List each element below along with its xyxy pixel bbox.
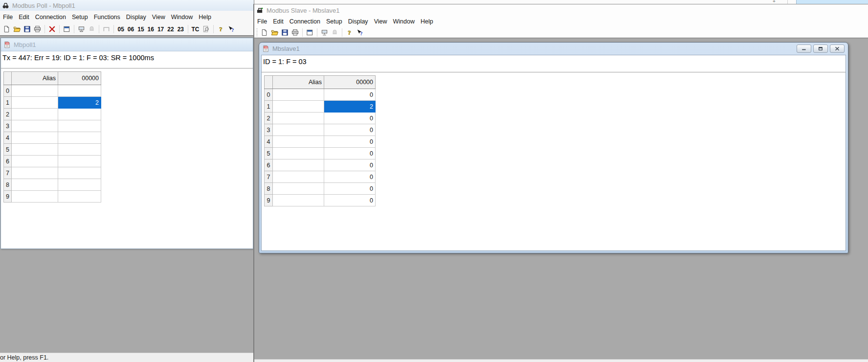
alias-cell[interactable] [273,124,324,136]
alias-cell[interactable] [273,89,324,101]
function-05-button[interactable]: 05 [116,26,126,33]
function-17-button[interactable]: 17 [156,26,165,33]
value-cell[interactable]: 0 [324,89,376,101]
slave-title-bar[interactable]: Modbus Slave - Mbslave1 [254,4,868,16]
mbslave1-title-bar[interactable]: DOC Mbslave1 [259,43,848,55]
value-cell[interactable] [58,156,101,167]
alias-cell[interactable] [12,191,58,203]
communication-traffic-button[interactable] [76,24,87,34]
row-number-cell[interactable]: 1 [265,101,273,113]
menu-item-help[interactable]: Help [418,18,436,25]
menu-item-display[interactable]: Display [345,18,371,25]
row-number-cell[interactable]: 1 [4,97,12,109]
alias-cell[interactable] [12,156,58,167]
function-22-button[interactable]: 22 [166,26,176,33]
row-number-cell[interactable]: 4 [4,132,12,144]
row-number-cell[interactable]: 0 [265,89,273,101]
alias-cell[interactable] [273,148,324,159]
menu-item-edit[interactable]: Edit [16,14,32,21]
menu-item-file[interactable]: File [0,14,16,21]
value-cell[interactable] [58,85,101,97]
menu-item-file[interactable]: File [254,18,270,25]
value-cell[interactable] [58,179,101,191]
grid-column-header[interactable]: Alias [12,72,58,85]
row-number-cell[interactable]: 2 [265,113,273,124]
communication-traffic-button[interactable] [319,27,330,37]
help-button[interactable]: ? [216,24,226,34]
menu-item-window[interactable]: Window [168,14,196,21]
alias-cell[interactable] [12,167,58,179]
value-cell[interactable]: 0 [324,136,376,148]
grid-column-header[interactable]: 00000 [324,76,376,89]
row-number-cell[interactable]: 7 [4,167,12,179]
new-file-button[interactable] [259,27,269,37]
function-06-button[interactable]: 06 [126,26,135,33]
row-number-cell[interactable]: 3 [4,120,12,132]
alias-cell[interactable] [12,85,58,97]
open-file-button[interactable] [12,24,22,34]
mbpoll1-title-bar[interactable]: DOC Mbpoll1 [1,38,253,51]
close-button[interactable] [830,45,845,53]
menu-item-connection[interactable]: Connection [32,14,69,21]
alias-cell[interactable] [12,109,58,120]
new-file-button[interactable] [1,24,12,34]
single-poll-button[interactable] [101,24,111,34]
value-cell[interactable]: 0 [324,159,376,171]
menu-item-connection[interactable]: Connection [287,18,323,25]
value-cell[interactable] [58,109,101,120]
toolbar-gripper[interactable] [256,28,258,36]
save-button[interactable] [280,27,290,37]
context-help-button[interactable]: ? [355,27,365,37]
value-cell[interactable]: 0 [324,195,376,206]
menu-item-window[interactable]: Window [390,18,418,25]
context-help-button[interactable]: ? [226,24,236,34]
communication-log-button[interactable] [330,27,340,37]
menu-item-view[interactable]: View [149,14,168,21]
print-button[interactable] [290,27,300,37]
menu-item-setup[interactable]: Setup [323,18,345,25]
value-cell-selected[interactable]: 2 [324,101,376,113]
grid-column-header[interactable]: Alias [273,76,324,89]
value-cell-selected[interactable]: 2 [58,97,101,109]
menu-item-display[interactable]: Display [123,14,149,21]
alias-cell[interactable] [273,101,324,113]
grid-corner-header[interactable] [4,72,12,85]
alias-cell[interactable] [273,136,324,148]
row-number-cell[interactable]: 0 [4,85,12,97]
alias-cell[interactable] [273,159,324,171]
save-button[interactable] [22,24,32,34]
row-number-cell[interactable]: 7 [265,171,273,183]
menu-item-edit[interactable]: Edit [270,18,287,25]
value-cell[interactable] [58,132,101,144]
value-cell[interactable]: 0 [324,183,376,195]
value-cell[interactable]: 0 [324,171,376,183]
row-number-cell[interactable]: 6 [4,156,12,167]
value-cell[interactable] [58,144,101,156]
alias-cell[interactable] [12,97,58,109]
row-number-cell[interactable]: 9 [265,195,273,206]
value-cell[interactable]: 0 [324,113,376,124]
alias-cell[interactable] [12,132,58,144]
row-number-cell[interactable]: 6 [265,159,273,171]
function-16-button[interactable]: 16 [146,26,156,33]
grid-column-header[interactable]: 00000 [58,72,101,85]
new-tab-icon[interactable]: + [773,0,776,4]
row-number-cell[interactable]: 5 [4,144,12,156]
alias-cell[interactable] [12,144,58,156]
value-cell[interactable]: 0 [324,124,376,136]
restore-button[interactable] [813,45,828,53]
print-button[interactable] [32,24,43,34]
alias-cell[interactable] [273,195,324,206]
row-number-cell[interactable]: 3 [265,124,273,136]
poll-title-bar[interactable]: Modbus Poll - Mbpoll1 [0,0,254,11]
test-center-button[interactable]: TC [190,26,201,33]
row-number-cell[interactable]: 5 [265,148,273,159]
alias-cell[interactable] [273,183,324,195]
cancel-poll-button[interactable] [47,24,57,34]
value-cell[interactable] [58,191,101,203]
value-cell[interactable] [58,120,101,132]
menu-item-view[interactable]: View [371,18,390,25]
alias-cell[interactable] [273,171,324,183]
row-number-cell[interactable]: 4 [265,136,273,148]
communication-log-button[interactable] [87,24,97,34]
